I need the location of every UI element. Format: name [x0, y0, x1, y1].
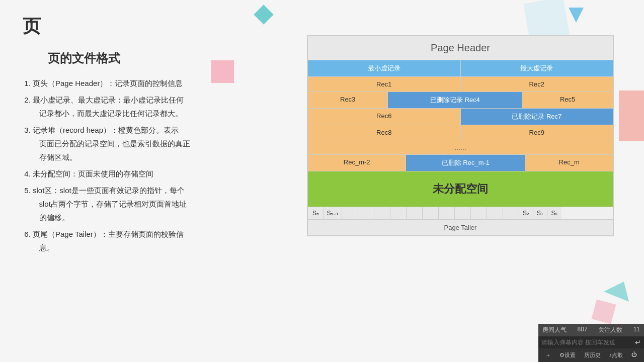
- right-diagram: Page Header 最小虚记录 最大虚记录 Rec1 Rec2 Rec3 已…: [297, 10, 629, 322]
- diagram-row-last: Rec_m-2 已删除 Rec_m-1 Rec_m: [308, 155, 613, 171]
- slot-empty8: [455, 207, 471, 219]
- cell-deleted-rec7: 已删除记录 Rec7: [461, 109, 613, 125]
- slot-empty2: [358, 207, 374, 219]
- slot-n: Sₙ: [308, 207, 324, 219]
- content-list: 页头（Page Header）：记录页面的控制信息 最小虚记录、最大虚记录：最小…: [23, 76, 297, 254]
- slot-0: S₀: [547, 207, 561, 219]
- list-item: 最小虚记录、最大虚记录：最小虚记录比任何 记录都小，而最大虚记录比任何记录都大。: [33, 93, 297, 120]
- slot-empty5: [407, 207, 423, 219]
- slot-empty10: [487, 207, 503, 219]
- slot-2: S₂: [519, 207, 533, 219]
- bottom-bar-actions: ＋ ⚙设置 历历史 ♪点歌 ⏻: [538, 348, 644, 362]
- page-title: 页: [23, 14, 41, 39]
- left-content: 页的文件格式 页头（Page Header）：记录页面的控制信息 最小虚记录、最…: [15, 10, 297, 322]
- free-space-cell: 未分配空间: [308, 171, 613, 207]
- cell-rec8: Rec8: [308, 125, 461, 140]
- cell-deleted-rec-m1: 已删除 Rec_m-1: [406, 155, 525, 171]
- cell-rec2: Rec2: [461, 77, 613, 92]
- cell-max-record: 最大虚记录: [461, 60, 613, 76]
- followers-value: 11: [633, 326, 640, 334]
- cell-rec1: Rec1: [308, 77, 461, 92]
- history-button[interactable]: 历历史: [582, 350, 603, 360]
- bottom-bar: 房间人气 807 关注人数 11 ↵ ＋ ⚙设置 历历史 ♪点歌 ⏻: [538, 324, 644, 362]
- list-item: 页尾（Page Tailer）：主要存储页面的校验信 息。: [33, 227, 297, 254]
- settings-button[interactable]: ⚙设置: [557, 350, 578, 360]
- slot-empty6: [423, 207, 439, 219]
- slot-empty1: [342, 207, 358, 219]
- diagram-row-1: Rec1 Rec2: [308, 77, 613, 92]
- power-button[interactable]: ⏻: [629, 350, 639, 360]
- diagram-container: Page Header 最小虚记录 最大虚记录 Rec1 Rec2 Rec3 已…: [307, 35, 614, 236]
- cell-rec3: Rec3: [308, 92, 388, 108]
- diagram-row-2: Rec3 已删除记录 Rec4 Rec5: [308, 92, 613, 109]
- list-item: slot区：slot是一些页面有效记录的指针，每个 slot占两个字节，存储了记…: [33, 184, 297, 224]
- send-icon: ↵: [635, 338, 641, 346]
- music-button[interactable]: ♪点歌: [607, 350, 625, 360]
- danmaku-input[interactable]: [541, 339, 635, 346]
- slot-1: S₁: [533, 207, 547, 219]
- bottom-bar-stats: 房间人气 807 关注人数 11: [538, 324, 644, 336]
- diagram-row-4: Rec8 Rec9: [308, 125, 613, 140]
- dots-row: ......: [308, 140, 613, 155]
- room-popularity-label: 房间人气: [542, 326, 567, 334]
- free-space-row: 未分配空间: [308, 171, 613, 207]
- cell-rec5: Rec5: [522, 92, 613, 108]
- section-title: 页的文件格式: [48, 50, 297, 66]
- diagram-row-3: Rec6 已删除记录 Rec7: [308, 109, 613, 125]
- list-item: 记录堆（record heap）：橙黄色部分。表示 页面已分配的记录空间，也是索…: [33, 123, 297, 164]
- cell-deleted-rec4: 已删除记录 Rec4: [388, 92, 522, 108]
- diagram-row-virtual: 最小虚记录 最大虚记录: [308, 60, 613, 77]
- room-popularity-value: 807: [578, 326, 588, 334]
- plus-button[interactable]: ＋: [543, 350, 553, 360]
- slot-empty3: [374, 207, 390, 219]
- cell-rec6: Rec6: [308, 109, 461, 125]
- slots-row: Sₙ Sₙ₋₁ S₂ S₁ S₀: [308, 207, 613, 220]
- list-item: 未分配空间：页面未使用的存储空间: [33, 167, 297, 180]
- cell-rec-m: Rec_m: [525, 155, 613, 171]
- diagram-footer: Page Tailer: [308, 220, 613, 235]
- followers-label: 关注人数: [598, 326, 622, 334]
- cell-rec9: Rec9: [461, 125, 613, 140]
- bottom-bar-input-row: ↵: [538, 336, 644, 348]
- list-item: 页头（Page Header）：记录页面的控制信息: [33, 76, 297, 90]
- slot-n1: Sₙ₋₁: [324, 207, 342, 219]
- slot-empty4: [390, 207, 407, 219]
- slot-empty11: [503, 207, 519, 219]
- diagram-header: Page Header: [308, 36, 613, 60]
- slot-empty9: [471, 207, 487, 219]
- cell-min-record: 最小虚记录: [308, 60, 461, 76]
- slot-empty7: [439, 207, 455, 219]
- cell-rec-m2: Rec_m-2: [308, 155, 406, 171]
